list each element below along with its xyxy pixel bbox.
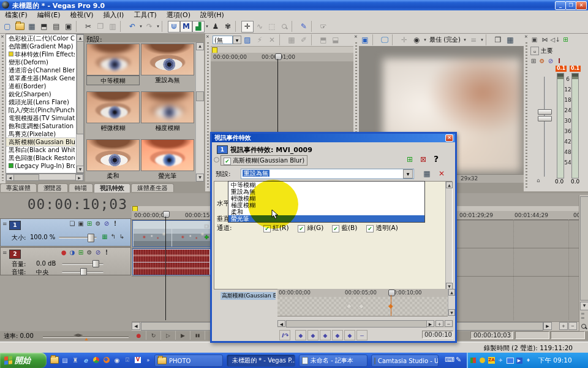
audio-event[interactable] xyxy=(132,248,211,275)
invert-phase-icon[interactable]: ◑ xyxy=(68,249,77,256)
channel-blue[interactable]: ✔ 藍(B) xyxy=(332,224,357,232)
ql-firefox-icon[interactable] xyxy=(102,356,111,364)
overlay-icon[interactable]: ✛ xyxy=(398,34,410,46)
track-minimize-icon[interactable]: ≡ xyxy=(2,221,7,227)
video-event-fx-dialog[interactable]: 視訊事件特效 ✕ 1 視訊事件特效: MVI_0009 ✔ 高斯模糊(Gauss… xyxy=(210,132,457,343)
bus-automation-icon[interactable]: ⚙ xyxy=(538,56,546,66)
master-collapse-icon[interactable]: ▫ xyxy=(530,47,539,55)
envelope-tool-icon[interactable]: ∿ xyxy=(254,21,266,33)
zoom-out-icon[interactable]: − xyxy=(445,320,453,327)
tray-display-icon[interactable] xyxy=(506,356,514,364)
preset-light-blur[interactable]: 輕微模糊 xyxy=(86,91,140,133)
tray-update-icon[interactable]: ✈ xyxy=(497,356,505,364)
keyframe-ruler[interactable]: 00:00:00;00 00:00:05;00 0:00:10;00 xyxy=(277,289,448,297)
track1-size-slider-handle[interactable] xyxy=(88,234,94,242)
track1-number[interactable]: 1 xyxy=(9,221,21,230)
trimmer-media-combo[interactable]: (無 xyxy=(213,36,233,44)
event-detect-icon[interactable]: ✾ xyxy=(222,21,234,33)
language-pen-icon[interactable]: ✎ xyxy=(456,356,461,364)
trimmer-add-media2-icon[interactable]: ⬓ xyxy=(330,34,342,46)
scroll-right-icon[interactable]: ▶ xyxy=(75,174,83,181)
selection-tool-icon[interactable]: ⬚ xyxy=(266,21,278,33)
ql-folder-icon[interactable] xyxy=(50,356,59,364)
plugin-item[interactable]: (Legacy Plug-In) Broadc xyxy=(6,162,75,170)
zoom-in-icon[interactable]: + xyxy=(559,322,568,330)
tray-flag-icon[interactable] xyxy=(469,356,477,364)
channel-green-checkbox[interactable]: ✔ xyxy=(298,225,305,232)
plugin-item[interactable]: 菲林特效(Film Effects) xyxy=(6,50,75,58)
publish-icon[interactable]: ▣ xyxy=(62,21,75,33)
grid-overlay-icon[interactable]: ≡ xyxy=(467,34,480,46)
plugin-item[interactable]: 遮罩產生器(Mask Gener xyxy=(6,74,75,82)
tab-transitions[interactable]: 轉場 xyxy=(69,183,93,192)
preset-soft[interactable]: 柔和 xyxy=(86,139,140,181)
play-from-start-button[interactable]: ▷ xyxy=(161,331,176,340)
keyframe-track[interactable]: ◆ ◆ ◆ xyxy=(277,297,448,316)
close-button[interactable]: ✕ xyxy=(576,1,587,10)
delete-keyframe-button[interactable]: − xyxy=(356,330,368,340)
multicam-icon[interactable]: ▦ xyxy=(100,233,109,240)
automation-settings-icon[interactable]: ⚙ xyxy=(85,249,94,256)
mute-icon[interactable]: ⊘ xyxy=(94,249,102,256)
track1-header[interactable]: ≡ 1 ❏ ▣ ⊞ ⚙ ⊘ ! 大小: 100.0 % ▦ ↰ ↳ xyxy=(0,218,131,247)
trimmer-ruler[interactable]: 00:00:00;00 00:00:01;00 xyxy=(211,53,353,62)
delete-preset-icon[interactable]: ✕ xyxy=(436,169,447,178)
scroll-left-icon[interactable]: ◀ xyxy=(277,320,285,327)
arm-record-icon[interactable]: ● xyxy=(59,249,68,256)
clip-indicator-right[interactable]: 0.1 xyxy=(570,66,581,72)
scrollbar-thumb[interactable] xyxy=(13,174,39,181)
undo-dropdown-icon[interactable]: ▾ xyxy=(138,24,143,29)
event-pan-crop-icon[interactable]: ▢ xyxy=(204,223,209,229)
fader-lock-icon[interactable]: ⌂ xyxy=(537,177,540,183)
copy-snapshot-icon[interactable]: ❐ xyxy=(492,34,504,46)
redo-icon[interactable]: ↷ xyxy=(143,21,156,33)
redo-dropdown-icon[interactable]: ▾ xyxy=(156,24,160,29)
menu-edit[interactable]: 編輯(E) xyxy=(32,10,66,20)
tray-status-icon[interactable] xyxy=(478,356,486,364)
track2-header[interactable]: ≡ 2 ● ◑ ⊞ ⚙ ⊘ ! 音量: 0.0 dB 音場: 中央 xyxy=(0,247,131,275)
trimmer-playhead-handle[interactable] xyxy=(275,53,282,60)
render-as-icon[interactable]: ⬒ xyxy=(38,21,50,33)
master-fader-handle[interactable] xyxy=(538,109,552,121)
scroll-down-icon[interactable]: ▼ xyxy=(448,309,455,316)
scroll-down-icon[interactable]: ▼ xyxy=(77,166,84,173)
ql-ie-icon[interactable]: e xyxy=(81,356,90,364)
snap-icon[interactable]: ⋓ xyxy=(168,21,180,33)
save-preset-icon[interactable]: ▦ xyxy=(421,169,432,178)
tab-explorer[interactable]: 瀏覽器 xyxy=(37,183,68,192)
channel-blue-checkbox[interactable]: ✔ xyxy=(332,225,339,232)
mixer-properties-icon[interactable]: ▣ xyxy=(529,35,540,44)
keyframe-track-label[interactable]: 高斯模糊(Gaussian Blu xyxy=(221,292,276,300)
menu-tools[interactable]: 工具(T) xyxy=(129,10,161,20)
preset-medium-blur[interactable]: 中等模糊 xyxy=(86,44,140,85)
paint-tool-icon[interactable]: ✎ xyxy=(298,21,310,33)
track2-number[interactable]: 2 xyxy=(9,250,21,259)
time-display[interactable]: 00:00:10;03 xyxy=(2,196,127,216)
tab-video-fx[interactable]: 視訊特效 xyxy=(94,183,130,193)
ql-overflow-icon[interactable]: » xyxy=(144,356,153,364)
plugin-item[interactable]: 陷入/突出(Pinch/Punch) xyxy=(6,106,75,114)
preset-combobox[interactable]: 重設為無 xyxy=(241,169,414,179)
tray-volume-icon[interactable]: ♦ xyxy=(524,356,532,364)
bus-fx-icon[interactable]: ⊞ xyxy=(529,56,538,66)
scroll-down-icon[interactable]: ▼ xyxy=(580,302,588,310)
channel-green[interactable]: ✔ 綠(G) xyxy=(298,224,323,232)
splitter-grip[interactable]: ≡≡ xyxy=(581,312,587,320)
solo-icon[interactable]: ! xyxy=(102,249,111,256)
scroll-right-icon[interactable]: ▶ xyxy=(426,320,434,327)
scrollbar-thumb[interactable] xyxy=(196,91,204,101)
channel-alpha-checkbox[interactable]: ✔ xyxy=(366,225,374,232)
minimize-button[interactable]: _ xyxy=(555,1,566,10)
pause-button[interactable]: ▮▮ xyxy=(190,331,205,340)
loop-playback-button[interactable]: ↻ xyxy=(146,331,161,340)
ql-media-player-icon[interactable]: ◉ xyxy=(113,356,121,364)
scrollbar-thumb[interactable] xyxy=(77,41,84,134)
plugin-item[interactable]: 邊框(Border) xyxy=(6,82,75,90)
automation-settings-icon[interactable]: ⚙ xyxy=(94,220,102,227)
trimmer-edit-icon[interactable]: ✐ xyxy=(298,34,310,46)
play-button[interactable]: ▶ xyxy=(176,331,190,340)
solo-icon[interactable]: ! xyxy=(111,220,119,227)
undo-icon[interactable]: ↶ xyxy=(126,21,138,33)
group-ignore-icon[interactable]: ♟ xyxy=(209,21,222,33)
menu-help[interactable]: 說明(H) xyxy=(195,10,229,20)
